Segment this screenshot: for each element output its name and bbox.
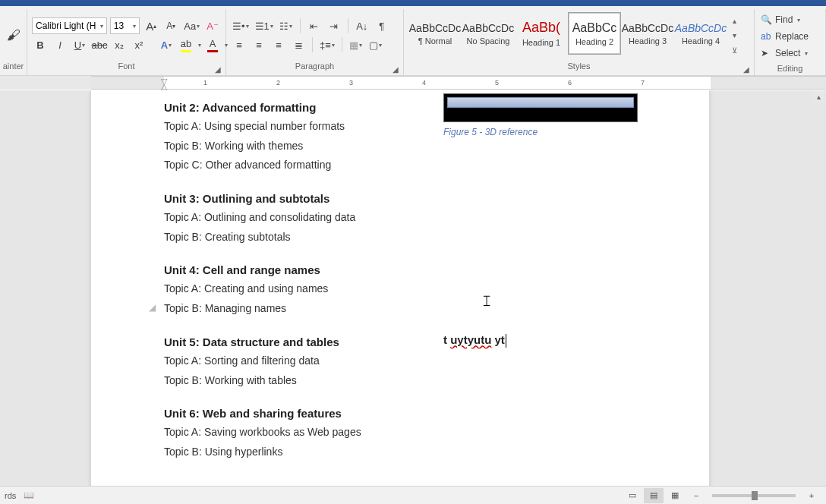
align-left-icon: ≡ <box>236 39 242 51</box>
heading-unit3[interactable]: Unit 3: Outlining and subtotals <box>164 192 443 205</box>
indent-button[interactable]: ⇥ <box>326 17 342 34</box>
topic-text[interactable]: Topic C: Other advanced formatting <box>164 157 443 174</box>
heading-unit4[interactable]: Unit 4: Cell and range names <box>164 263 443 276</box>
zoom-thumb[interactable] <box>752 491 758 500</box>
bullets-button[interactable]: ☰•▾ <box>231 17 251 34</box>
bold-icon: B <box>36 39 43 51</box>
topic-text[interactable]: Topic A: Outlining and consolidating dat… <box>164 209 443 226</box>
strike-button[interactable]: abc <box>91 36 108 53</box>
subscript-button[interactable]: x₂ <box>111 36 128 53</box>
show-marks-button[interactable]: ¶ <box>374 17 390 34</box>
heading-unit6[interactable]: Unit 6: Web and sharing features <box>164 407 443 420</box>
ruler-tick: 5 <box>495 79 499 87</box>
figure-caption[interactable]: Figure 5 - 3D reference <box>443 127 638 137</box>
style-heading2[interactable]: AaBbCc Heading 2 <box>568 12 621 55</box>
scroll-up-button[interactable]: ▴ <box>812 90 824 102</box>
style-preview: AaBbCcDc <box>409 22 461 34</box>
style-heading3[interactable]: AaBbCcDc Heading 3 <box>621 12 674 55</box>
change-case-icon: Aa <box>184 20 196 32</box>
zoom-slider[interactable] <box>712 494 796 497</box>
align-left-button[interactable]: ≡ <box>231 36 247 53</box>
change-case-button[interactable]: Aa▾ <box>182 17 201 34</box>
chevron-down-bar-icon: ⊻ <box>732 46 737 55</box>
bold-button[interactable]: B <box>32 36 49 53</box>
font-group: Calibri Light (H ▾ 13 ▾ A▴ A▾ Aa▾ A⁻ B I… <box>27 9 226 75</box>
style-name: No Spacing <box>467 36 510 46</box>
ruler-tick: 7 <box>641 79 645 87</box>
justify-button[interactable]: ≣ <box>290 36 307 53</box>
heading-random-text[interactable]: t uytyutu yt <box>443 333 506 348</box>
heading-unit2[interactable]: Unit 2: Advanced formatting <box>164 101 443 114</box>
numbering-button[interactable]: ☰1▾ <box>254 17 275 34</box>
indent-icon: ⇥ <box>329 20 338 32</box>
style-heading1[interactable]: AaBb( Heading 1 <box>515 12 568 55</box>
editing-group-label: Editing <box>755 64 825 74</box>
zoom-out-button[interactable]: − <box>686 488 706 503</box>
font-name-combo[interactable]: Calibri Light (H ▾ <box>32 17 107 34</box>
underline-button[interactable]: U▾ <box>71 36 88 53</box>
figure-image[interactable] <box>443 93 638 122</box>
web-layout-button[interactable]: ▦ <box>665 488 685 503</box>
multilevel-button[interactable]: ☷▾ <box>278 17 295 34</box>
find-button[interactable]: 🔍 Find ▾ <box>761 12 819 27</box>
format-painter-button[interactable]: 🖌 <box>2 19 25 52</box>
style-heading4[interactable]: AaBbCcDc Heading 4 <box>674 12 727 55</box>
ruler[interactable]: ▽ △ 1 2 3 4 5 6 7 <box>0 76 826 90</box>
select-button[interactable]: ➤ Select ▾ <box>761 46 819 61</box>
highlight-button[interactable]: ab <box>178 36 194 53</box>
shading-button[interactable]: ▦▾ <box>348 36 364 53</box>
topic-text[interactable]: Topic A: Using special number formats <box>164 118 443 135</box>
ibeam-cursor-icon: 𝙸 <box>481 292 492 310</box>
sort-button[interactable]: A↓ <box>354 17 370 34</box>
topic-text[interactable]: Topic B: Managing names <box>164 301 443 317</box>
horizontal-ruler[interactable]: ▽ △ 1 2 3 4 5 6 7 <box>91 76 826 90</box>
styles-dialog-launcher[interactable]: ◢ <box>742 65 751 74</box>
collapse-triangle-icon[interactable]: ◢ <box>149 302 156 313</box>
font-color-button[interactable]: A <box>204 36 221 53</box>
replace-button[interactable]: ab Replace <box>761 29 819 44</box>
spellcheck-icon[interactable]: 📖 <box>24 490 34 500</box>
borders-button[interactable]: ▢▾ <box>367 36 384 53</box>
shrink-font-button[interactable]: A▾ <box>162 17 179 34</box>
document-area[interactable]: Unit 2: Advanced formatting Topic A: Usi… <box>0 90 826 486</box>
topic-text[interactable]: Topic B: Using hyperlinks <box>164 444 443 461</box>
zoom-in-button[interactable]: + <box>802 488 821 503</box>
styles-more-button[interactable]: ▴ ▾ ⊻ <box>727 11 741 61</box>
font-dialog-launcher[interactable]: ◢ <box>213 65 222 74</box>
heading-unit5[interactable]: Unit 5: Data structure and tables <box>164 335 443 348</box>
superscript-button[interactable]: x² <box>131 36 147 53</box>
topic-text[interactable]: Topic A: Saving workbooks as Web pages <box>164 424 443 441</box>
word-count[interactable]: rds <box>5 491 16 500</box>
topic-text[interactable]: Topic B: Working with themes <box>164 138 443 155</box>
style-normal[interactable]: AaBbCcDc ¶ Normal <box>408 12 462 55</box>
text-effects-button[interactable]: A▾ <box>158 36 175 53</box>
font-size-combo[interactable]: 13 ▾ <box>110 17 140 34</box>
chevron-down-icon: ▾ <box>133 23 136 30</box>
yellow-swatch <box>181 50 191 52</box>
topic-text[interactable]: Topic A: Creating and using names <box>164 281 443 298</box>
italic-button[interactable]: I <box>52 36 68 53</box>
align-right-button[interactable]: ≡ <box>270 36 287 53</box>
text-effects-icon: A <box>161 39 168 51</box>
grow-font-button[interactable]: A▴ <box>143 17 159 34</box>
ruler-tick: 6 <box>568 79 572 87</box>
read-mode-button[interactable]: ▭ <box>623 488 642 503</box>
topic-text[interactable]: Topic A: Sorting and filtering data <box>164 353 443 370</box>
pilcrow-icon: ¶ <box>379 20 384 32</box>
style-preview: AaBbCcDc <box>622 22 673 34</box>
topic-text[interactable]: Topic B: Creating subtotals <box>164 229 443 246</box>
print-layout-button[interactable]: ▤ <box>644 488 664 503</box>
line-spacing-button[interactable]: ‡≡▾ <box>318 36 336 53</box>
style-no-spacing[interactable]: AaBbCcDc No Spacing <box>462 12 515 55</box>
grow-font-icon: A <box>146 20 153 33</box>
font-name-value: Calibri Light (H <box>36 20 96 31</box>
clipboard-group: 🖌 ainter <box>0 9 27 75</box>
align-center-button[interactable]: ≡ <box>251 36 267 53</box>
title-bar <box>0 0 826 6</box>
chevron-down-icon[interactable]: ▾ <box>198 42 201 49</box>
outdent-button[interactable]: ⇤ <box>306 17 323 34</box>
topic-text[interactable]: Topic B: Working with tables <box>164 373 443 389</box>
clear-formatting-button[interactable]: A⁻ <box>204 17 221 34</box>
page[interactable]: Unit 2: Advanced formatting Topic A: Usi… <box>91 90 709 486</box>
paragraph-dialog-launcher[interactable]: ◢ <box>391 65 400 74</box>
